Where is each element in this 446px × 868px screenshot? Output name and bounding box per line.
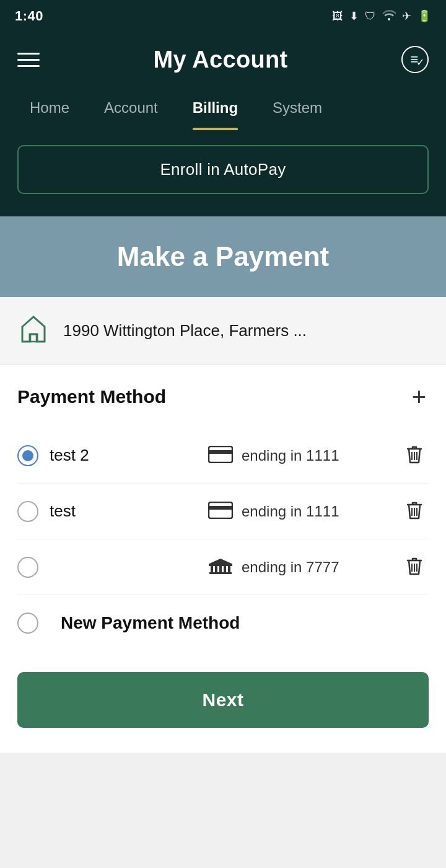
shield-icon: 🛡 xyxy=(365,10,376,23)
tab-account[interactable]: Account xyxy=(87,87,175,130)
svg-rect-14 xyxy=(219,566,222,572)
home-icon xyxy=(17,313,50,348)
svg-rect-12 xyxy=(211,566,213,572)
add-payment-button[interactable]: + xyxy=(409,384,429,409)
payment-row: test ending in 1111 xyxy=(17,484,429,539)
autopay-button[interactable]: Enroll in AutoPay xyxy=(17,145,429,194)
nav-tabs: Home Account Billing System xyxy=(0,87,446,130)
payment-method-section: Payment Method + test 2 ending in 1111 t… xyxy=(0,365,446,660)
svg-rect-18 xyxy=(209,572,232,574)
svg-rect-16 xyxy=(228,566,230,572)
status-bar: 1:40 🖼 ⬇ 🛡 ✈ 🔋 xyxy=(0,0,446,32)
address-row: 1990 Wittington Place, Farmers ... xyxy=(0,297,446,365)
header: My Account xyxy=(0,32,446,87)
payment-row: ending in 7777 xyxy=(17,539,429,595)
image-icon: 🖼 xyxy=(332,10,343,23)
new-payment-label: New Payment Method xyxy=(61,613,240,633)
page-title: My Account xyxy=(154,46,288,73)
menu-button[interactable] xyxy=(17,53,40,67)
delete-test-button[interactable] xyxy=(400,497,429,525)
svg-rect-7 xyxy=(209,506,232,510)
new-payment-row: New Payment Method xyxy=(17,595,429,640)
card-icon-test xyxy=(208,502,233,521)
battery-icon: 🔋 xyxy=(418,9,431,23)
svg-rect-6 xyxy=(209,502,232,518)
payment-method-header: Payment Method + xyxy=(17,384,429,409)
svg-rect-0 xyxy=(30,334,37,342)
status-time: 1:40 xyxy=(15,8,43,24)
payment-row: test 2 ending in 1111 xyxy=(17,428,429,484)
radio-test2[interactable] xyxy=(17,445,38,466)
radio-test[interactable] xyxy=(17,501,38,522)
tab-billing[interactable]: Billing xyxy=(175,87,255,130)
svg-rect-11 xyxy=(209,564,232,566)
payment-ending-bank: ending in 7777 xyxy=(242,559,400,576)
card-icon-test2 xyxy=(208,446,233,466)
payment-method-title: Payment Method xyxy=(17,386,166,407)
svg-rect-1 xyxy=(209,446,232,463)
airplane-icon: ✈ xyxy=(402,9,411,23)
tab-home[interactable]: Home xyxy=(12,87,87,130)
payment-header: Make a Payment xyxy=(0,216,446,297)
checklist-icon[interactable] xyxy=(401,46,429,73)
delete-test2-button[interactable] xyxy=(400,441,429,469)
radio-new-payment[interactable] xyxy=(17,613,38,634)
svg-marker-17 xyxy=(209,559,232,564)
tab-system[interactable]: System xyxy=(255,87,339,130)
svg-rect-15 xyxy=(224,566,226,572)
address-text: 1990 Wittington Place, Farmers ... xyxy=(63,321,307,340)
autopay-section: Enroll in AutoPay xyxy=(0,130,446,216)
status-icons: 🖼 ⬇ 🛡 ✈ 🔋 xyxy=(332,9,431,24)
wifi-icon xyxy=(382,9,396,24)
payment-ending-test: ending in 1111 xyxy=(242,503,400,520)
payment-name-test: test xyxy=(50,502,208,521)
payment-ending-test2: ending in 1111 xyxy=(242,447,400,464)
delete-bank-button[interactable] xyxy=(400,553,429,581)
make-payment-title: Make a Payment xyxy=(17,241,429,272)
radio-bank7777[interactable] xyxy=(17,557,38,578)
svg-rect-13 xyxy=(215,566,217,572)
next-section: Next xyxy=(0,660,446,753)
svg-rect-2 xyxy=(209,450,232,454)
payment-name-test2: test 2 xyxy=(50,446,208,465)
bank-icon xyxy=(208,557,233,577)
next-button[interactable]: Next xyxy=(17,672,429,728)
download-icon: ⬇ xyxy=(349,9,359,23)
